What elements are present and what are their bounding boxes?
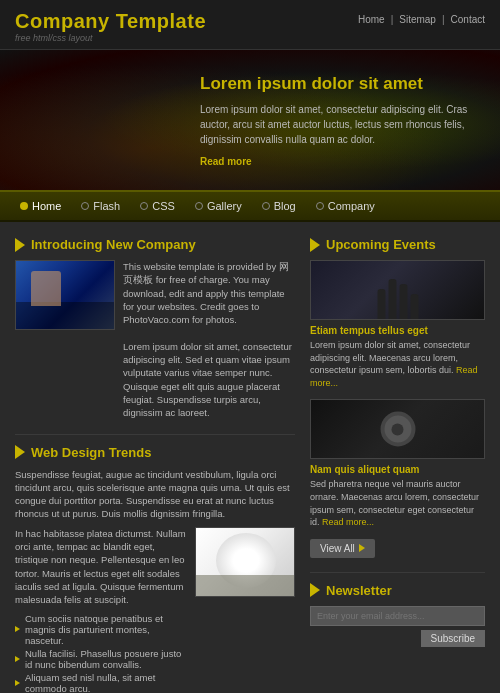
upcoming-title-bar: Upcoming Events	[310, 237, 485, 252]
nav-radio-icon	[140, 202, 148, 210]
upcoming-section: Upcoming Events Etiam tempus tellus eget…	[310, 237, 485, 558]
newsletter-title: Newsletter	[326, 583, 392, 598]
webdesign-title-bar: Web Design Trends	[15, 445, 295, 460]
header: Company Template free html/css layout Ho…	[0, 0, 500, 50]
section-divider-right	[310, 572, 485, 573]
nav-radio-icon	[316, 202, 324, 210]
header-logo: Company Template free html/css layout	[15, 10, 206, 43]
event-image-2	[310, 399, 485, 459]
newsletter-arrow-icon	[310, 583, 320, 597]
nav-label-company: Company	[328, 200, 375, 212]
nav-radio-icon	[81, 202, 89, 210]
list-item: Nulla facilisi. Phasellus posuere justo …	[15, 648, 187, 670]
intro-body: This website template is provided by 网页模…	[15, 260, 295, 420]
nav-label-blog: Blog	[274, 200, 296, 212]
intro-section: Introducing New Company This website tem…	[15, 237, 295, 420]
intro-body-text: This website template is provided by 网页模…	[123, 261, 289, 325]
gear-icon	[380, 412, 415, 447]
header-sitemap-link[interactable]: Sitemap	[399, 14, 436, 25]
intro-image	[15, 260, 115, 330]
list-item: Aliquam sed nisl nulla, sit amet commodo…	[15, 672, 187, 693]
right-column: Upcoming Events Etiam tempus tellus eget…	[310, 237, 485, 693]
webdesign-section: Web Design Trends Suspendisse feugiat, a…	[15, 445, 295, 693]
header-nav: Home | Sitemap | Contact	[358, 14, 485, 25]
nav-item-gallery[interactable]: Gallery	[185, 192, 252, 220]
hero-title: Lorem ipsum dolor sit amet	[200, 74, 480, 94]
webdesign-image	[195, 527, 295, 597]
main-nav: Home Flash CSS Gallery Blog Company	[0, 190, 500, 222]
nav-bullet-icon	[20, 202, 28, 210]
webdesign-body: In hac habitasse platea dictumst. Nullam…	[15, 527, 295, 693]
nav-item-home[interactable]: Home	[10, 192, 71, 220]
header-sep2: |	[442, 14, 445, 25]
event-item-2: Nam quis aliquet quam Sed pharetra neque…	[310, 399, 485, 528]
hero-content: Lorem ipsum dolor sit amet Lorem ipsum d…	[200, 74, 480, 167]
newsletter-subscribe-button[interactable]: Subscribe	[421, 630, 485, 647]
nav-item-css[interactable]: CSS	[130, 192, 185, 220]
event-title-1: Etiam tempus tellus eget	[310, 325, 485, 336]
upcoming-arrow-icon	[310, 238, 320, 252]
nav-label-home: Home	[32, 200, 61, 212]
header-sep1: |	[391, 14, 394, 25]
person-icon	[388, 279, 396, 319]
intro-text: This website template is provided by 网页模…	[123, 260, 295, 420]
newsletter-email-input[interactable]	[310, 606, 485, 626]
nav-radio-icon	[262, 202, 270, 210]
webdesign-list: Cum sociis natoque penatibus et magnis d…	[15, 613, 187, 693]
person-icon	[377, 289, 385, 319]
event-title-2: Nam quis aliquet quam	[310, 464, 485, 475]
hero-readmore-link[interactable]: Read more	[200, 156, 252, 167]
webdesign-body2-text: In hac habitasse platea dictumst. Nullam…	[15, 527, 187, 607]
event-item-1: Etiam tempus tellus eget Lorem ipsum dol…	[310, 260, 485, 389]
nav-label-gallery: Gallery	[207, 200, 242, 212]
nav-label-flash: Flash	[93, 200, 120, 212]
header-contact-link[interactable]: Contact	[451, 14, 485, 25]
webdesign-arrow-icon	[15, 445, 25, 459]
upcoming-viewall-button[interactable]: View All	[310, 539, 375, 558]
site-title: Company Template	[15, 10, 206, 33]
intro-body2-text: Lorem ipsum dolor sit amet, consectetur …	[123, 341, 292, 418]
nav-item-flash[interactable]: Flash	[71, 192, 130, 220]
event-desc-1: Lorem ipsum dolor sit amet, consectetur …	[310, 339, 485, 389]
list-item: Cum sociis natoque penatibus et magnis d…	[15, 613, 187, 646]
btn-arrow-icon	[359, 544, 365, 552]
section-divider	[15, 434, 295, 435]
nav-label-css: CSS	[152, 200, 175, 212]
event-desc-2: Sed pharetra neque vel mauris auctor orn…	[310, 478, 485, 528]
newsletter-section: Newsletter Subscribe	[310, 583, 485, 630]
upcoming-title: Upcoming Events	[326, 237, 436, 252]
hero-section: Lorem ipsum dolor sit amet Lorem ipsum d…	[0, 50, 500, 190]
newsletter-title-bar: Newsletter	[310, 583, 485, 598]
hero-body: Lorem ipsum dolor sit amet, consectetur …	[200, 102, 480, 147]
intro-title-bar: Introducing New Company	[15, 237, 295, 252]
person-icon	[399, 284, 407, 319]
nav-item-company[interactable]: Company	[306, 192, 385, 220]
intro-arrow-icon	[15, 238, 25, 252]
header-home-link[interactable]: Home	[358, 14, 385, 25]
webdesign-intro-text: Suspendisse feugiat, augue ac tincidunt …	[15, 468, 295, 521]
viewall-upcoming-label: View All	[320, 543, 355, 554]
nav-radio-icon	[195, 202, 203, 210]
left-column: Introducing New Company This website tem…	[15, 237, 295, 693]
site-subtitle: free html/css layout	[15, 33, 206, 43]
silhouette	[377, 279, 418, 319]
event-readmore-link-2[interactable]: Read more...	[322, 517, 374, 527]
main-content: Introducing New Company This website tem…	[0, 222, 500, 693]
intro-title: Introducing New Company	[31, 237, 196, 252]
person-icon	[410, 294, 418, 319]
webdesign-title: Web Design Trends	[31, 445, 151, 460]
webdesign-left: In hac habitasse platea dictumst. Nullam…	[15, 527, 187, 693]
event-image-1	[310, 260, 485, 320]
nav-item-blog[interactable]: Blog	[252, 192, 306, 220]
